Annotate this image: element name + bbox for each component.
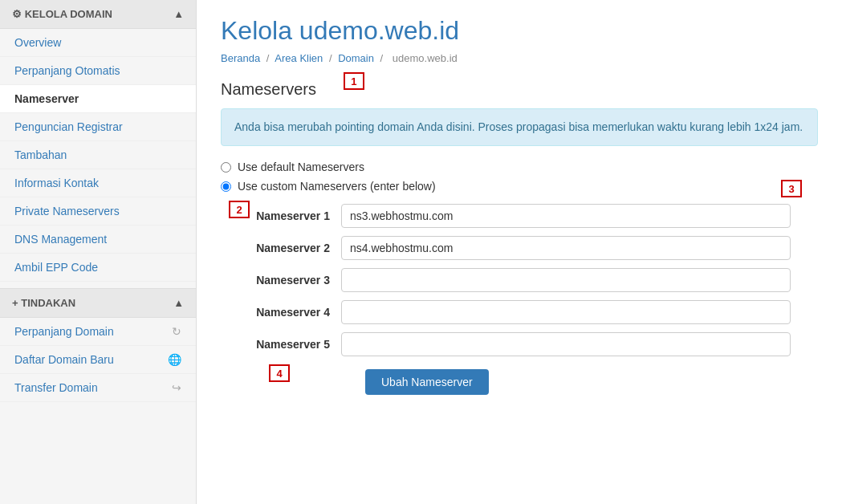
sidebar-item-perpanjang-otomatis[interactable]: Perpanjang Otomatis xyxy=(0,57,196,85)
chevron-up-icon-tindakan: ▲ xyxy=(173,297,184,309)
nameserver-1-row: Nameserver 1 xyxy=(245,204,818,228)
sidebar: ⚙ KELOLA DOMAIN ▲ Overview Perpanjang Ot… xyxy=(0,0,197,504)
sidebar-item-daftar-domain-baru[interactable]: Daftar Domain Baru 🌐 xyxy=(0,346,196,374)
sidebar-item-nameserver[interactable]: Nameserver xyxy=(0,85,196,113)
breadcrumb-beranda[interactable]: Beranda xyxy=(221,52,260,64)
sidebar-item-perpanjang-domain[interactable]: Perpanjang Domain ↻ xyxy=(0,318,196,346)
nameserver-5-input[interactable] xyxy=(341,332,791,356)
annotation-1: 1 xyxy=(344,72,364,90)
annotation-3: 3 xyxy=(781,180,802,197)
page-title: Kelola udemo.web.id xyxy=(221,16,818,46)
sidebar-item-transfer-domain[interactable]: Transfer Domain ↪ xyxy=(0,374,196,402)
tindakan-header: + TINDAKAN ▲ xyxy=(0,288,196,318)
radio-default-input[interactable] xyxy=(221,162,231,173)
nameserver-4-label: Nameserver 4 xyxy=(245,306,341,319)
sidebar-nav-list: Overview Perpanjang Otomatis Nameserver … xyxy=(0,29,196,282)
sidebar-item-penguncian-registrar[interactable]: Penguncian Registrar xyxy=(0,113,196,141)
breadcrumb-current: udemo.web.id xyxy=(393,52,458,64)
radio-default-nameservers[interactable]: Use default Nameservers xyxy=(221,161,818,173)
breadcrumb-domain[interactable]: Domain xyxy=(338,52,374,64)
tindakan-nav-list: Perpanjang Domain ↻ Daftar Domain Baru 🌐… xyxy=(0,318,196,402)
kelola-domain-header: ⚙ KELOLA DOMAIN ▲ xyxy=(0,0,196,29)
chevron-up-icon: ▲ xyxy=(173,8,184,20)
nameserver-5-label: Nameserver 5 xyxy=(245,338,341,351)
section-title: Nameservers xyxy=(221,80,316,99)
sidebar-item-ambil-epp-code[interactable]: Ambil EPP Code xyxy=(0,254,196,282)
nameserver-5-row: Nameserver 5 xyxy=(245,332,818,356)
submit-button[interactable]: Ubah Nameserver xyxy=(365,369,489,395)
refresh-icon: ↻ xyxy=(172,325,181,338)
radio-custom-input[interactable] xyxy=(221,181,231,192)
sidebar-item-overview[interactable]: Overview xyxy=(0,29,196,57)
nameserver-2-input[interactable] xyxy=(341,236,791,260)
submit-row: 4 Ubah Nameserver xyxy=(365,364,818,395)
nameserver-1-input[interactable] xyxy=(341,204,791,228)
breadcrumb: Beranda / Area Klien / Domain / udemo.we… xyxy=(221,52,818,64)
gear-icon: ⚙ xyxy=(12,8,22,20)
nameserver-3-input[interactable] xyxy=(341,268,791,292)
annotation-4: 4 xyxy=(269,364,290,382)
radio-group: Use default Nameservers Use custom Names… xyxy=(221,161,818,193)
sidebar-item-informasi-kontak[interactable]: Informasi Kontak xyxy=(0,169,196,197)
sidebar-item-dns-management[interactable]: DNS Management xyxy=(0,226,196,254)
nameserver-4-input[interactable] xyxy=(341,300,791,324)
nameserver-4-row: Nameserver 4 xyxy=(245,300,818,324)
main-content: Kelola udemo.web.id Beranda / Area Klien… xyxy=(197,0,842,504)
transfer-icon: ↪ xyxy=(172,381,181,394)
nameserver-2-label: Nameserver 2 xyxy=(245,242,341,254)
globe-icon: 🌐 xyxy=(168,353,181,366)
nameserver-3-row: Nameserver 3 xyxy=(245,268,818,292)
sidebar-item-tambahan[interactable]: Tambahan xyxy=(0,141,196,169)
radio-custom-nameservers[interactable]: Use custom Nameservers (enter below) xyxy=(221,180,818,193)
nameserver-1-label: Nameserver 1 xyxy=(245,209,341,222)
sidebar-item-private-nameservers[interactable]: Private Nameservers xyxy=(0,197,196,226)
info-box: Anda bisa merubah pointing domain Anda d… xyxy=(221,108,818,146)
nameserver-form: 3 Nameserver 1 Nameserver 2 Nameserver 3… xyxy=(245,204,818,395)
nameserver-2-row: Nameserver 2 xyxy=(245,236,818,260)
breadcrumb-area-klien[interactable]: Area Klien xyxy=(275,52,323,64)
nameserver-3-label: Nameserver 3 xyxy=(245,274,341,287)
